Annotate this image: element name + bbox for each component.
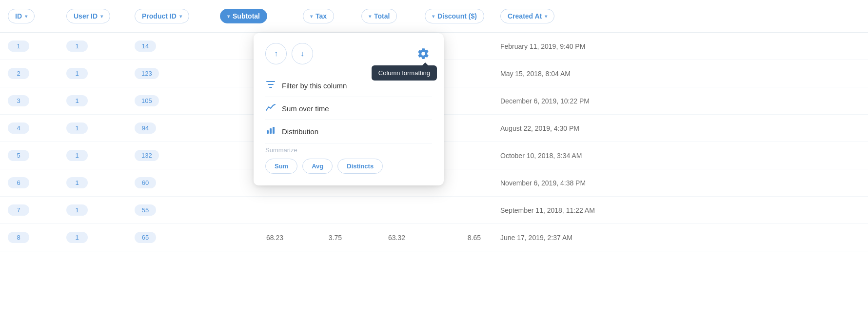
- table-cell: 3: [0, 87, 59, 115]
- table-cell: 132: [127, 142, 212, 169]
- cell-badge: 1: [66, 150, 88, 161]
- header-userid-label: User ID: [74, 12, 98, 20]
- summarize-distincts-button[interactable]: Distincts: [337, 159, 383, 174]
- sort-asc-button[interactable]: ↑: [265, 43, 287, 64]
- table-cell: 1: [59, 33, 127, 60]
- filter-icon: [265, 81, 276, 90]
- cell-badge: 60: [135, 177, 156, 188]
- sum-over-time-item[interactable]: Sum over time: [265, 97, 432, 120]
- header-btn-id[interactable]: ID ▾: [8, 9, 35, 23]
- distribution-item[interactable]: Distribution: [265, 120, 432, 143]
- svg-rect-2: [273, 127, 275, 134]
- cell-badge: 3: [8, 95, 29, 106]
- cell-badge: 4: [8, 122, 29, 134]
- table-cell: February 11, 2019, 9:40 PM: [493, 33, 868, 60]
- col-header-productid: Product ID ▾: [127, 0, 212, 33]
- cell-badge: 2: [8, 68, 29, 79]
- table-cell: October 10, 2018, 3:34 AM: [493, 142, 868, 169]
- header-btn-total[interactable]: ▾ Total: [361, 9, 397, 23]
- table-cell: [354, 197, 417, 224]
- cell-badge: 94: [135, 122, 156, 134]
- table-cell: 6: [0, 169, 59, 197]
- table-cell: 1: [59, 224, 127, 251]
- chevron-down-icon: ▾: [432, 14, 434, 19]
- cell-badge: 1: [66, 204, 88, 216]
- table-row: 7155September 11, 2018, 11:22 AM: [0, 197, 868, 224]
- table-cell: 1: [59, 87, 127, 115]
- table-cell: 63.32: [354, 224, 417, 251]
- header-btn-discount[interactable]: ▾ Discount ($): [425, 9, 484, 23]
- chevron-down-icon: ▾: [25, 14, 27, 19]
- cell-badge: 123: [135, 68, 159, 79]
- bar-chart-icon: [265, 126, 276, 137]
- cell-badge: 1: [66, 122, 88, 134]
- col-header-userid: User ID ▾: [59, 0, 127, 33]
- cell-badge: 1: [66, 232, 88, 243]
- header-tax-label: Tax: [316, 12, 327, 20]
- chevron-down-icon: ▾: [100, 14, 103, 19]
- table-cell: June 17, 2019, 2:37 AM: [493, 224, 868, 251]
- cell-badge: 55: [135, 204, 156, 216]
- header-productid-label: Product ID: [142, 12, 177, 20]
- table-cell: 60: [127, 169, 212, 197]
- cell-badge: 1: [8, 41, 29, 52]
- cell-badge: 14: [135, 41, 156, 52]
- cell-badge: 132: [135, 150, 159, 161]
- cell-badge: 7: [8, 204, 29, 216]
- col-header-createdat: Created At ▾: [493, 0, 868, 33]
- table-cell: 14: [127, 33, 212, 60]
- col-header-total: ▾ Total: [354, 0, 417, 33]
- distribution-label: Distribution: [282, 127, 318, 136]
- table-cell: [212, 197, 295, 224]
- chevron-down-icon: ▾: [179, 14, 182, 19]
- header-btn-createdat[interactable]: Created At ▾: [500, 9, 554, 23]
- table-container: ID ▾ User ID ▾ Product ID ▾: [0, 0, 868, 325]
- table-cell: May 15, 2018, 8:04 AM: [493, 60, 868, 87]
- svg-rect-0: [267, 130, 269, 134]
- table-cell: 94: [127, 115, 212, 142]
- table-cell: September 11, 2018, 11:22 AM: [493, 197, 868, 224]
- sort-buttons: ↑ ↓: [265, 43, 313, 64]
- sort-desc-icon: ↓: [300, 49, 304, 58]
- gear-icon: [417, 47, 430, 60]
- header-btn-userid[interactable]: User ID ▾: [66, 9, 110, 23]
- header-btn-tax[interactable]: ▾ Tax: [303, 9, 334, 23]
- header-subtotal-label: Subtotal: [233, 12, 260, 20]
- table-cell: 65: [127, 224, 212, 251]
- trend-icon: [265, 103, 276, 113]
- table-cell: 105: [127, 87, 212, 115]
- table-cell: 1: [59, 197, 127, 224]
- sort-asc-icon: ↑: [274, 49, 278, 58]
- table-header-row: ID ▾ User ID ▾ Product ID ▾: [0, 0, 868, 33]
- table-cell: August 22, 2019, 4:30 PM: [493, 115, 868, 142]
- table-cell: December 6, 2019, 10:22 PM: [493, 87, 868, 115]
- col-header-subtotal: ▾ Subtotal: [212, 0, 295, 33]
- sort-desc-button[interactable]: ↓: [292, 43, 313, 64]
- header-btn-productid[interactable]: Product ID ▾: [135, 9, 189, 23]
- sum-over-time-label: Sum over time: [282, 104, 329, 113]
- header-discount-label: Discount ($): [437, 12, 477, 20]
- col-header-id: ID ▾: [0, 0, 59, 33]
- table-cell: 1: [59, 60, 127, 87]
- filter-label: Filter by this column: [282, 81, 347, 90]
- header-btn-subtotal[interactable]: ▾ Subtotal: [220, 9, 267, 23]
- header-total-label: Total: [374, 12, 390, 20]
- cell-badge: 1: [66, 177, 88, 188]
- table-cell: 4: [0, 115, 59, 142]
- summarize-avg-button[interactable]: Avg: [302, 159, 333, 174]
- table-cell: November 6, 2019, 4:38 PM: [493, 169, 868, 197]
- col-header-tax: ▾ Tax: [295, 0, 354, 33]
- cell-badge: 105: [135, 95, 159, 106]
- dropdown-top-row: ↑ ↓ Column formatting: [265, 43, 432, 64]
- table-cell: 7: [0, 197, 59, 224]
- column-dropdown-popup: ↑ ↓ Column formatting Fil: [254, 33, 444, 185]
- cell-badge: 1: [66, 41, 88, 52]
- gear-button[interactable]: Column formatting: [414, 45, 432, 62]
- table-cell: 3.75: [295, 224, 354, 251]
- summarize-sum-button[interactable]: Sum: [265, 159, 297, 174]
- column-formatting-tooltip: Column formatting: [372, 65, 437, 81]
- table-cell: 123: [127, 60, 212, 87]
- summarize-buttons: Sum Avg Distincts: [265, 159, 432, 174]
- chevron-down-icon: ▾: [227, 14, 230, 19]
- table-cell: 1: [0, 33, 59, 60]
